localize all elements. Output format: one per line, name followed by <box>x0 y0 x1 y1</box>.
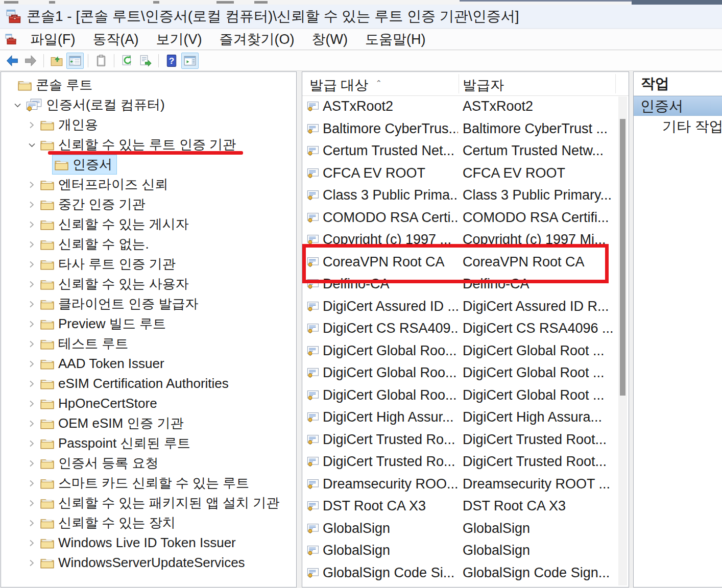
tree-node[interactable]: 엔터프라이즈 신뢰 <box>38 175 173 194</box>
chevron-right-icon[interactable] <box>26 278 38 290</box>
certificate-row[interactable]: COMODO RSA Certi...COMODO RSA Certifi... <box>302 207 629 229</box>
tree-node[interactable]: OEM eSIM 인증 기관 <box>38 413 188 433</box>
toolbar-button-help[interactable]: ? <box>163 53 180 69</box>
tree-item[interactable]: 스마트 카드 신뢰할 수 있는 루트 <box>1 473 296 493</box>
chevron-right-icon[interactable] <box>26 218 38 231</box>
tree-item[interactable]: Passpoint 신뢰된 루트 <box>1 433 296 453</box>
certificate-row[interactable]: GlobalSignGlobalSign <box>302 518 629 540</box>
tree-item[interactable]: AAD Token Issuer <box>1 354 296 374</box>
toolbar-button-back-arrow[interactable] <box>4 53 21 69</box>
chevron-right-icon[interactable] <box>26 497 38 509</box>
chevron-right-icon[interactable] <box>26 418 38 430</box>
chevron-right-icon[interactable] <box>26 517 38 529</box>
certificate-row[interactable]: DigiCert Global Roo...DigiCert Global Ro… <box>302 340 629 362</box>
column-header-issued-to[interactable]: 발급 대상⌃ <box>309 76 382 94</box>
chevron-right-icon[interactable] <box>26 238 38 251</box>
chevron-right-icon[interactable] <box>26 378 38 390</box>
certificate-row[interactable]: Dreamsecurity ROO...Dreamsecurity ROOT .… <box>302 473 629 496</box>
certificate-row[interactable]: GlobalSign Code Si...GlobalSign Code Sig… <box>302 562 629 584</box>
certificate-row[interactable]: DigiCert Global Roo...DigiCert Global Ro… <box>302 384 629 407</box>
column-divider[interactable] <box>615 74 616 93</box>
chevron-right-icon[interactable] <box>26 179 38 191</box>
certificate-row[interactable]: DigiCert High Assur...DigiCert High Assu… <box>302 406 629 429</box>
certificate-row[interactable]: ASTxRoot2ASTxRoot2 <box>302 95 629 118</box>
tree-node[interactable]: WindowsServerUpdateServices <box>38 554 250 572</box>
tree-item[interactable]: 콘솔 루트 <box>1 75 296 95</box>
menu-item-favorites[interactable]: 즐겨찾기(O) <box>210 30 303 48</box>
tree-item[interactable]: 인증서 <box>1 155 296 175</box>
tree-item[interactable]: 클라이언트 인증 발급자 <box>1 294 296 314</box>
tree-item[interactable]: 신뢰할 수 있는 사용자 <box>1 274 296 294</box>
toolbar-button-up-one-level-folder[interactable] <box>48 53 65 69</box>
toolbar-button-action-pane-toggle[interactable] <box>181 53 199 69</box>
tree-node[interactable]: 신뢰할 수 없는. <box>38 234 154 254</box>
tree-node[interactable]: eSIM Certification Authorities <box>38 375 233 393</box>
tree-item[interactable]: 인증서 등록 요청 <box>1 453 296 473</box>
tree-node-selected[interactable]: 인증서 <box>52 155 117 175</box>
tree-node[interactable]: 인증서 등록 요청 <box>38 453 163 473</box>
tree-item[interactable]: 인증서(로컬 컴퓨터) <box>1 95 296 115</box>
tree-item[interactable]: 개인용 <box>1 115 296 135</box>
actions-more-actions[interactable]: 기타 작업 <box>634 116 722 137</box>
actions-group-certificates[interactable]: 인증서 <box>634 96 722 116</box>
toolbar-button-forward-arrow[interactable] <box>22 53 39 69</box>
tree-node[interactable]: 타사 루트 인증 기관 <box>38 254 180 274</box>
tree-item[interactable]: HpOneCertStore <box>1 394 296 413</box>
certificate-row[interactable]: DigiCert Global Roo...DigiCert Global Ro… <box>302 362 629 384</box>
chevron-right-icon[interactable] <box>26 338 38 350</box>
tree-node[interactable]: 신뢰할 수 있는 게시자 <box>38 214 194 234</box>
toolbar-button-refresh[interactable] <box>118 53 136 69</box>
certificate-row[interactable]: Class 3 Public Prima...Class 3 Public Pr… <box>302 184 629 207</box>
tree-item[interactable]: WindowsServerUpdateServices <box>1 553 296 573</box>
menu-item-action[interactable]: 동작(A) <box>84 30 147 48</box>
toolbar-button-export-list[interactable] <box>137 53 154 69</box>
tree-node[interactable]: 신뢰할 수 있는 장치 <box>38 513 180 533</box>
menu-item-help[interactable]: 도움말(H) <box>356 30 434 48</box>
tree-node[interactable]: 콘솔 루트 <box>15 75 97 95</box>
tree-item[interactable]: eSIM Certification Authorities <box>1 374 296 394</box>
tree-item[interactable]: OEM eSIM 인증 기관 <box>1 413 296 433</box>
certificate-row[interactable]: Certum Trusted Net...Certum Trusted Netw… <box>302 140 629 162</box>
tree-node[interactable]: 신뢰할 수 있는 사용자 <box>38 274 194 294</box>
chevron-right-icon[interactable] <box>26 477 38 489</box>
tree-node[interactable]: 클라이언트 인증 발급자 <box>38 294 203 314</box>
certificate-row[interactable]: DST Root CA X3DST Root CA X3 <box>302 495 629 518</box>
toolbar-button-console-tree-toggle[interactable] <box>66 53 84 69</box>
chevron-right-icon[interactable] <box>26 258 38 271</box>
certificate-row[interactable]: DigiCert CS RSA409...DigiCert CS RSA4096… <box>302 317 629 340</box>
tree-node[interactable]: 인증서(로컬 컴퓨터) <box>23 95 170 115</box>
certificate-row[interactable]: DigiCert Trusted Ro...DigiCert Trusted R… <box>302 429 629 451</box>
certificate-row[interactable]: GlobalSignGlobalSign <box>302 540 629 562</box>
chevron-right-icon[interactable] <box>26 119 38 131</box>
chevron-right-icon[interactable] <box>26 437 38 450</box>
tree-item[interactable]: 테스트 루트 <box>1 334 296 354</box>
certificate-row[interactable]: DigiCert Assured ID ...DigiCert Assured … <box>302 296 629 318</box>
title-bar[interactable]: 콘솔1 - [콘솔 루트\인증서(로컬 컴퓨터)\신뢰할 수 있는 루트 인증 … <box>0 5 722 29</box>
chevron-down-icon[interactable] <box>11 99 23 111</box>
certificate-row[interactable]: DigiCert Trusted Ro...DigiCert Trusted R… <box>302 451 629 473</box>
chevron-right-icon[interactable] <box>26 398 38 410</box>
tree-node[interactable]: HpOneCertStore <box>38 395 162 412</box>
chevron-right-icon[interactable] <box>26 457 38 470</box>
chevron-right-icon[interactable] <box>26 358 38 370</box>
tree-item[interactable]: Preview 빌드 루트 <box>1 314 296 334</box>
chevron-right-icon[interactable] <box>26 298 38 310</box>
tree-item[interactable]: 신뢰할 수 있는 장치 <box>1 513 296 533</box>
tree-node[interactable]: 중간 인증 기관 <box>38 194 150 214</box>
menu-item-file[interactable]: 파일(F) <box>21 30 84 48</box>
list-scrollbar-thumb[interactable] <box>620 119 625 396</box>
tree-node[interactable]: Preview 빌드 루트 <box>38 314 171 334</box>
tree-node[interactable]: 테스트 루트 <box>38 334 133 354</box>
chevron-down-icon[interactable] <box>26 139 38 151</box>
tree-item[interactable]: 신뢰할 수 있는 게시자 <box>1 214 296 234</box>
menu-item-window[interactable]: 창(W) <box>303 30 356 48</box>
certificate-row[interactable]: Baltimore CyberTrus...Baltimore CyberTru… <box>302 118 629 140</box>
tree-item[interactable]: 신뢰할 수 없는. <box>1 234 296 254</box>
tree-node[interactable]: Windows Live ID Token Issuer <box>38 534 240 552</box>
chevron-right-icon[interactable] <box>26 318 38 330</box>
toolbar-button-clipboard[interactable] <box>92 53 110 69</box>
column-divider[interactable] <box>459 74 459 93</box>
chevron-right-icon[interactable] <box>26 199 38 211</box>
menu-item-view[interactable]: 보기(V) <box>147 30 210 48</box>
tree-item[interactable]: 중간 인증 기관 <box>1 194 296 214</box>
